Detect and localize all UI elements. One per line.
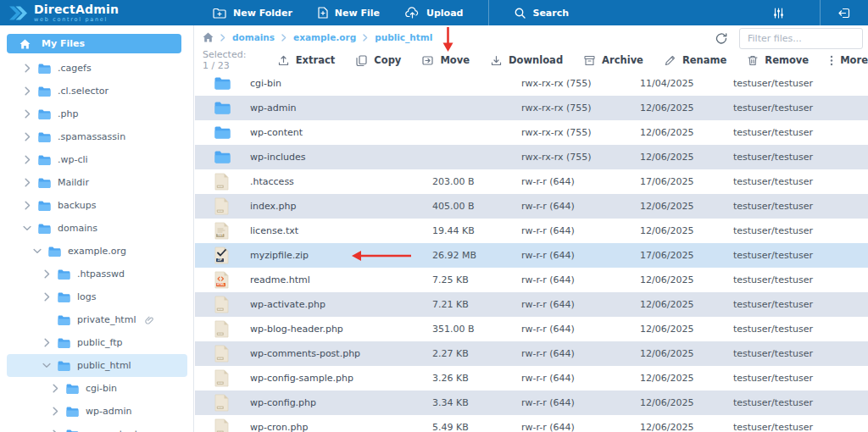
topbar-action-button[interactable]: Search [476, 0, 581, 25]
tree-item[interactable]: domains [0, 217, 193, 240]
tree-item[interactable]: wp-content [0, 423, 193, 432]
table-row[interactable]: wp-blog-header.php 351.00 B rw-r-r (644)… [195, 317, 868, 341]
table-row[interactable]: wp-includes rwx-rx-rx (755) 12/06/2025 t… [195, 145, 868, 169]
table-row[interactable]: wp-activate.php 7.21 KB rw-r-r (644) 12/… [195, 292, 868, 317]
toolbar-button[interactable]: More [830, 54, 868, 66]
file-permissions: rwx-rx-rx (755) [521, 102, 640, 114]
chevron-icon[interactable] [51, 407, 59, 416]
table-row[interactable]: wp-comments-post.php 2.27 KB rw-r-r (644… [195, 341, 868, 366]
file-name: wp-content [250, 127, 432, 138]
file-owner: testuser/testuser [733, 152, 868, 163]
chevron-icon[interactable] [23, 109, 31, 119]
toolbar-button[interactable]: Rename [665, 54, 726, 66]
table-row[interactable]: wp-config-sample.php 3.26 KB rw-r-r (644… [195, 366, 868, 390]
file-name: wp-admin [250, 102, 432, 114]
table-row[interactable]: HTML readme.html 7.25 KB rw-r-r (644) 12… [195, 268, 868, 292]
toolbar-button-icon [278, 55, 289, 66]
breadcrumb-link[interactable]: public_html [375, 32, 432, 42]
tree-item[interactable]: cgi-bin [0, 377, 193, 400]
tree-item-label: .cl.selector [58, 86, 108, 97]
filter-files-input[interactable] [739, 28, 863, 49]
file-name: wp-cron.php [250, 422, 432, 432]
file-permissions: rw-r-r (644) [521, 373, 640, 384]
file-owner: testuser/testuser [733, 348, 868, 359]
chevron-icon[interactable] [51, 384, 59, 393]
file-permissions: rwx-rx-rx (755) [521, 152, 640, 163]
table-row[interactable]: .htaccess 203.00 B rw-r-r (644) 17/06/20… [195, 169, 868, 194]
toolbar-button[interactable]: Copy [356, 54, 401, 66]
chevron-icon[interactable] [23, 155, 31, 164]
table-row[interactable]: wp-config.php 3.34 KB rw-r-r (644) 12/06… [195, 390, 868, 415]
tree-item[interactable]: backups [0, 194, 193, 217]
topbar-action-button[interactable]: Upload [392, 0, 476, 25]
toolbar-button[interactable]: Remove [748, 54, 809, 66]
chevron-icon[interactable] [23, 225, 31, 231]
file-type-icon [195, 173, 250, 191]
file-permissions: rwx-rx-rx (755) [521, 127, 640, 138]
chevron-icon[interactable] [23, 132, 31, 141]
toolbar-button[interactable]: Extract [278, 54, 336, 66]
file-permissions: rw-r-r (644) [521, 422, 640, 432]
chevron-icon[interactable] [23, 178, 31, 187]
tree-item[interactable]: .wp-cli [0, 148, 193, 171]
chevron-icon[interactable] [42, 363, 51, 368]
toolbar-button[interactable]: Move [422, 54, 470, 66]
chevron-icon[interactable] [42, 269, 51, 279]
chevron-icon[interactable] [23, 201, 31, 210]
breadcrumb: domains example.org public_html [195, 25, 868, 49]
chevron-icon[interactable] [23, 64, 31, 73]
sidebar-item-my-files[interactable]: My Files [7, 34, 181, 53]
chevron-icon[interactable] [42, 292, 51, 302]
chevron-icon[interactable] [42, 338, 51, 347]
file-name: wp-config.php [250, 397, 432, 408]
tree-item[interactable]: public_ftp [0, 331, 193, 354]
table-row[interactable]: wp-cron.php 5.49 KB rw-r-r (644) 12/06/2… [195, 415, 868, 432]
tree-item[interactable]: logs [0, 285, 193, 308]
topbar-action-button[interactable]: New Folder [200, 0, 305, 25]
topbar-icon-button[interactable] [802, 0, 868, 25]
folder-icon [48, 246, 61, 257]
tree-item-label: wp-content [86, 429, 138, 432]
tree-item-label: logs [77, 291, 97, 302]
tree-item[interactable]: .htpasswd [0, 263, 193, 285]
tree-item[interactable]: Maildir [0, 171, 193, 194]
folder-icon [58, 269, 70, 280]
table-row[interactable]: TXT license.txt 19.44 KB rw-r-r (644) 12… [195, 219, 868, 243]
tree-item-label: Maildir [58, 177, 89, 188]
tree-item[interactable]: .spamassassin [0, 125, 193, 148]
file-date: 12/06/2025 [640, 373, 733, 384]
file-owner: testuser/testuser [733, 102, 868, 114]
table-row[interactable]: cgi-bin rwx-rx-rx (755) 11/04/2025 testu… [195, 71, 868, 96]
tree-item[interactable]: example.org [0, 240, 193, 263]
tree-item[interactable]: public_html [7, 354, 187, 377]
file-type-icon [195, 296, 250, 313]
toolbar-button[interactable]: Archive [584, 54, 643, 66]
tree-item[interactable]: wp-admin [0, 400, 193, 423]
directadmin-logo[interactable]: DirectAdmin web control panel [0, 3, 119, 23]
table-row[interactable]: ZIP myzipfile.zip 26.92 MB rw-r-r (644) … [195, 243, 868, 268]
file-name: wp-config-sample.php [250, 373, 432, 384]
breadcrumb-link[interactable]: example.org [293, 32, 356, 42]
breadcrumb-link[interactable]: domains [232, 32, 275, 42]
chevron-icon[interactable] [33, 248, 42, 254]
file-size: 7.21 KB [432, 299, 521, 310]
breadcrumb-home-icon[interactable] [203, 32, 214, 42]
table-row[interactable]: wp-content rwx-rx-rx (755) 12/06/2025 te… [195, 120, 868, 145]
refresh-icon[interactable] [712, 30, 731, 47]
tree-item[interactable]: .cl.selector [0, 80, 193, 102]
tree-item[interactable]: .php [0, 102, 193, 125]
tree-item-label: .wp-cli [58, 154, 88, 165]
table-row[interactable]: wp-admin rwx-rx-rx (755) 12/06/2025 test… [195, 96, 868, 120]
file-permissions: rw-r-r (644) [521, 250, 640, 261]
file-name: wp-comments-post.php [250, 348, 432, 359]
table-row[interactable]: index.php 405.00 B rw-r-r (644) 12/06/20… [195, 194, 868, 219]
toolbar-button[interactable]: Download [491, 54, 563, 66]
folder-icon [66, 384, 79, 394]
tree-item[interactable]: private_html [0, 308, 193, 331]
tree-item[interactable]: .cagefs [0, 57, 193, 80]
topbar-action-button[interactable]: New File [305, 0, 392, 25]
file-name: .htaccess [250, 176, 432, 187]
topbar-icon-button[interactable] [755, 0, 802, 25]
chevron-icon[interactable] [23, 86, 31, 96]
file-date: 12/06/2025 [640, 324, 733, 335]
